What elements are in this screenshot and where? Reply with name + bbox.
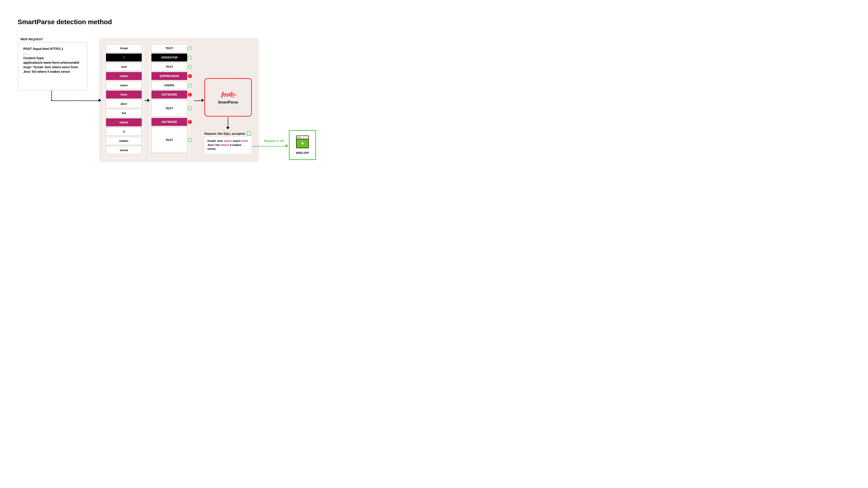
arrow-segment [51, 100, 99, 101]
check-icon [188, 65, 192, 69]
classified-label: TEXT [165, 138, 173, 142]
request-line-1: POST /Input.html HTTP/1.1 [23, 46, 82, 51]
token-list: list [106, 109, 142, 117]
arrowhead-icon [99, 99, 101, 102]
page-title: SmartParse detection method [18, 18, 112, 26]
classified-label: KEYWORD [162, 93, 177, 96]
request-line-3: Content-Type: [23, 56, 82, 60]
classified-text: TEXT [151, 63, 187, 71]
classified-text: TEXT [151, 127, 187, 153]
classified-label: KEYWORD [162, 120, 177, 124]
token-sense: sense [106, 146, 142, 154]
classified-keyword: KEYWORD [151, 91, 187, 98]
browser-chrome-icon [296, 135, 309, 139]
classified-text: TEXT [151, 100, 187, 117]
classified-keyword: KEYWORD [151, 118, 187, 126]
parsed-kw-where: where [220, 143, 229, 147]
diagram-canvas: SmartParse detection method WEB REQUEST … [0, 0, 347, 195]
classified-label: EXPRESSION [160, 74, 179, 78]
arrowhead-icon [147, 99, 150, 102]
tokens-column: Great!JustselectusersfromJess’listwherei… [104, 42, 144, 159]
token-users: users [106, 81, 142, 89]
parsed-mid2: Jess’ list [207, 143, 220, 147]
http-request-box: POST /Input.html HTTP/1.1 . . . Content-… [18, 42, 88, 90]
classified-column: TEXTOPERATORTEXTEXPRESSIONUSERSKEYWORDTE… [149, 42, 189, 159]
arrow-segment [228, 118, 228, 127]
classified-label: USERS [164, 84, 175, 87]
sparkle-icon: ✦ [296, 139, 309, 148]
check-icon [188, 46, 192, 51]
request-line-5: msg= “Great! Just select users from Jess… [23, 65, 82, 74]
token-where: where [106, 119, 142, 126]
parsed-mid1: users [232, 139, 241, 142]
web-request-heading: WEB REQUEST [20, 37, 43, 41]
token-great: Great [106, 44, 142, 52]
parsed-kw-select: select [223, 139, 232, 142]
parsed-message-box: Great! Just select users from Jess’ list… [204, 136, 252, 154]
arrowhead-icon [202, 99, 204, 102]
arrow-segment [253, 146, 286, 147]
web-app-box: ✦ WEB APP [289, 130, 316, 160]
token-: ! [106, 54, 142, 61]
verdict-line: Request: Not SQLi, accepted. [204, 131, 251, 135]
token-makes: makes [106, 137, 142, 145]
classified-label: TEXT [165, 65, 173, 68]
check-icon [188, 84, 192, 88]
token-just: Just [106, 63, 142, 71]
fastly-logo: fastly [221, 90, 235, 98]
parsed-pre1: Great! Just [207, 139, 223, 142]
parsed-kw-from: from [241, 139, 248, 142]
token-it: it [106, 128, 142, 135]
classified-label: OPERATOR [161, 56, 178, 59]
request-line-4: application/x-www-form-urlenconded [23, 60, 82, 65]
smartparse-label: SmartParse [218, 100, 238, 104]
check-icon [188, 106, 192, 110]
arrowhead-icon [286, 144, 288, 148]
classified-expression: EXPRESSION [151, 72, 187, 80]
alert-icon [188, 120, 192, 124]
request2-status: Request 2: OK [264, 139, 284, 142]
alert-icon [188, 93, 192, 97]
classified-label: TEXT [165, 107, 173, 110]
token-select: select [106, 72, 142, 80]
alert-icon [188, 74, 192, 78]
arrow-segment [194, 100, 202, 101]
verdict-text: Request: Not SQLi, accepted. [204, 132, 246, 135]
web-app-icon: ✦ [296, 135, 309, 148]
request-line-2: . . . [23, 51, 82, 56]
check-icon [188, 56, 192, 60]
token-from: from [106, 91, 142, 98]
classified-label: TEXT [165, 46, 173, 50]
smartparse-engine-box: fastly SmartParse [204, 78, 252, 117]
classified-operator: OPERATOR [151, 54, 187, 61]
classified-text: TEXT [151, 44, 187, 52]
arrowhead-down-icon [226, 127, 229, 129]
web-app-label: WEB APP [296, 151, 309, 155]
arrow-segment [51, 91, 52, 100]
check-icon [188, 138, 192, 142]
classified-users: USERS [151, 81, 187, 89]
check-icon [247, 131, 251, 135]
token-jess: Jess’ [106, 100, 142, 108]
